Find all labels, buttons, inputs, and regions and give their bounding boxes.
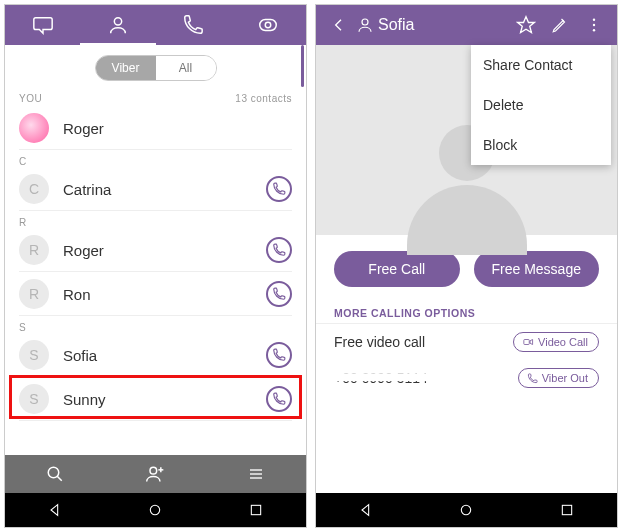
chevron-left-icon	[331, 17, 347, 33]
svg-marker-19	[530, 340, 533, 345]
svg-line-4	[57, 476, 62, 481]
hamburger-icon	[246, 466, 266, 482]
phone-icon	[527, 373, 538, 384]
contact-row-ron[interactable]: R Ron	[5, 272, 306, 316]
search-icon	[46, 465, 64, 483]
svg-point-17	[593, 29, 595, 31]
viber-call-icon[interactable]	[266, 237, 292, 263]
search-button[interactable]	[5, 465, 105, 483]
contact-row-sofia[interactable]: S Sofia	[5, 333, 306, 377]
contact-name: Ron	[63, 286, 266, 303]
avatar: S	[19, 384, 49, 414]
tab-public[interactable]	[231, 5, 306, 45]
contact-row-sunny[interactable]: S Sunny	[5, 377, 306, 421]
favorite-button[interactable]	[509, 5, 543, 45]
svg-point-3	[48, 467, 59, 478]
back-button[interactable]	[322, 5, 356, 45]
nav-home[interactable]	[147, 502, 163, 518]
triangle-back-icon	[358, 502, 374, 518]
top-tabbar	[5, 5, 306, 45]
free-call-button[interactable]: Free Call	[334, 251, 460, 287]
option-viber-out[interactable]: +00 0990 5114 Viber Out	[316, 360, 617, 396]
you-header: YOU 13 contacts	[5, 87, 306, 106]
contact-name: Sofia	[63, 347, 266, 364]
nav-back[interactable]	[47, 502, 63, 518]
bottom-toolbar	[5, 455, 306, 493]
svg-point-0	[114, 18, 121, 25]
tab-calls[interactable]	[156, 5, 231, 45]
viber-call-icon[interactable]	[266, 176, 292, 202]
add-contact-button[interactable]	[105, 464, 205, 484]
video-call-chip[interactable]: Video Call	[513, 332, 599, 352]
svg-point-5	[150, 467, 157, 474]
triangle-back-icon	[47, 502, 63, 518]
me-row[interactable]: Roger	[5, 106, 306, 150]
contact-detail-screen: Sofia Share Contact Delete Block Free Ca…	[315, 4, 618, 528]
svg-point-20	[462, 505, 471, 514]
more-vert-icon	[585, 16, 603, 34]
circle-home-icon	[458, 502, 474, 518]
svg-rect-21	[562, 505, 571, 514]
add-person-icon	[144, 464, 166, 484]
menu-button[interactable]	[206, 466, 306, 482]
avatar: C	[19, 174, 49, 204]
avatar: R	[19, 235, 49, 265]
star-icon	[516, 15, 536, 35]
detail-topbar: Sofia	[316, 5, 617, 45]
svg-point-16	[593, 24, 595, 26]
android-navbar	[5, 493, 306, 527]
viber-call-icon[interactable]	[266, 386, 292, 412]
svg-point-15	[593, 19, 595, 21]
tab-contacts[interactable]	[80, 5, 155, 45]
segment-viber[interactable]: Viber	[96, 56, 156, 80]
nav-recent[interactable]	[559, 502, 575, 518]
pencil-icon	[551, 16, 569, 34]
viber-call-icon[interactable]	[266, 342, 292, 368]
avatar: R	[19, 279, 49, 309]
avatar: S	[19, 340, 49, 370]
contact-title: Sofia	[378, 16, 509, 34]
nav-home[interactable]	[458, 502, 474, 518]
phone-icon	[182, 14, 204, 36]
viber-out-chip[interactable]: Viber Out	[518, 368, 599, 388]
contacts-count: 13 contacts	[235, 93, 292, 104]
android-navbar	[316, 493, 617, 527]
tab-chats[interactable]	[5, 5, 80, 45]
overflow-button[interactable]	[577, 5, 611, 45]
segment-all[interactable]: All	[156, 56, 216, 80]
person-icon	[107, 14, 129, 36]
svg-rect-12	[251, 505, 260, 514]
overflow-menu: Share Contact Delete Block	[471, 45, 611, 165]
nav-back[interactable]	[358, 502, 374, 518]
contact-row-catrina[interactable]: C Catrina	[5, 167, 306, 211]
contact-row-roger[interactable]: R Roger	[5, 228, 306, 272]
edit-button[interactable]	[543, 5, 577, 45]
square-recent-icon	[559, 502, 575, 518]
option-video-call[interactable]: Free video call Video Call	[316, 324, 617, 360]
scrollbar-indicator	[301, 45, 304, 87]
letter-header-r: R	[5, 211, 306, 228]
phone-number-masked: +00 0990 5114	[334, 370, 428, 386]
viber-call-icon[interactable]	[266, 281, 292, 307]
chat-icon	[32, 14, 54, 36]
avatar	[19, 113, 49, 143]
free-message-button[interactable]: Free Message	[474, 251, 600, 287]
you-label: YOU	[19, 93, 42, 104]
svg-rect-18	[524, 340, 529, 345]
menu-delete[interactable]: Delete	[471, 85, 611, 125]
square-recent-icon	[248, 502, 264, 518]
menu-share-contact[interactable]: Share Contact	[471, 45, 611, 85]
filter-segment: Viber All	[95, 55, 217, 81]
contact-name: Catrina	[63, 181, 266, 198]
svg-point-2	[266, 22, 272, 28]
video-icon	[522, 337, 534, 347]
nav-recent[interactable]	[248, 502, 264, 518]
more-options-header: MORE CALLING OPTIONS	[316, 299, 617, 324]
svg-point-13	[362, 19, 368, 25]
person-icon	[356, 16, 374, 34]
menu-block[interactable]: Block	[471, 125, 611, 165]
svg-point-11	[151, 505, 160, 514]
eye-icon	[256, 14, 280, 36]
filter-segment-wrap: Viber All	[5, 45, 306, 87]
contacts-list: YOU 13 contacts Roger C C Catrina R R Ro…	[5, 87, 306, 455]
